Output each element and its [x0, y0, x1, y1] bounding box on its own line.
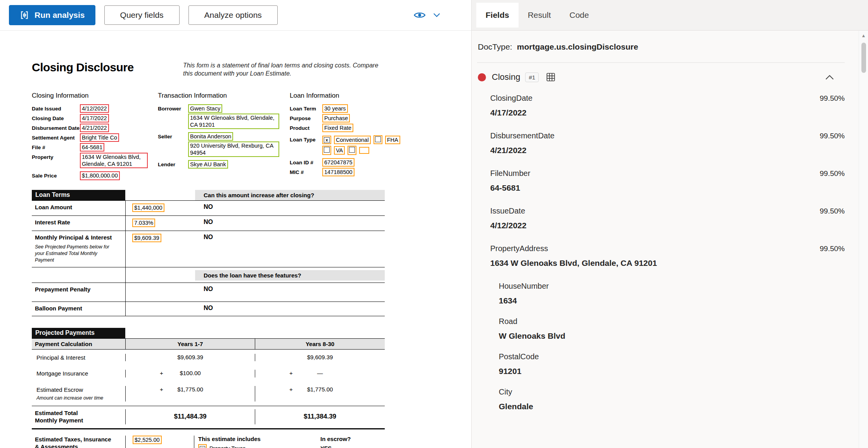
projected-payments-row: Estimated Escrow Amount can increase ove… [32, 382, 385, 406]
doc-info-columns: Closing Information Date Issued4/12/2022… [32, 92, 385, 181]
highlight-box-red[interactable]: 1634 W Glenoaks Blvd, Glendale, CA 91201 [80, 153, 148, 168]
loan-terms-features-band: Does the loan have these features? [32, 267, 385, 283]
doc-field-label: Monthly Principal & Interest [35, 234, 120, 241]
section-title: Loan Information [290, 92, 385, 100]
doc-field-label: Lender [158, 160, 188, 169]
tab-code[interactable]: Code [560, 3, 598, 28]
loan-terms-row: Prepayment Penalty NO [32, 283, 385, 302]
checkbox-conventional[interactable]: x [322, 136, 331, 144]
checkbox-mark: x [324, 137, 330, 143]
query-fields-button[interactable]: Query fields [104, 5, 180, 25]
loan-terms-header: Loan Terms [32, 190, 125, 200]
highlight-box-orange[interactable]: 672047875 [322, 158, 354, 167]
transaction-information-section: Transaction Information Borrower Gwen St… [158, 92, 290, 181]
closing-group-row[interactable]: Closing #1 [477, 63, 845, 92]
field-row[interactable]: HouseNumber 1634 [499, 282, 845, 305]
field-label: PropertyAddress [490, 244, 548, 253]
fields-panel: Fields Result Code DocType: mortgage.us.… [471, 0, 868, 448]
field-row[interactable]: PropertyAddress99.50% 1634 W Glenoaks Bl… [490, 244, 845, 268]
tab-result[interactable]: Result [519, 3, 560, 28]
toolbar-right-group [414, 11, 471, 19]
field-value: 4/21/2022 [490, 146, 845, 155]
highlight-box-orange[interactable]: Conventional [334, 136, 371, 144]
doc-field-label: Settlement Agent [32, 133, 80, 142]
field-row[interactable]: ClosingDate99.50% 4/17/2022 [490, 94, 845, 117]
checkbox-other[interactable] [348, 146, 356, 155]
doc-note: See Projected Payments below for your Es… [35, 244, 116, 264]
loan-terms-table: Loan Terms Can this amount increase afte… [32, 190, 385, 316]
doc-note: Amount can increase over time [36, 395, 125, 401]
field-row[interactable]: PostalCode 91201 [499, 352, 845, 376]
highlight-box-orange[interactable]: FHA [385, 136, 400, 144]
checkbox-va[interactable] [322, 146, 331, 155]
scrollbar-thumb[interactable] [861, 43, 866, 73]
highlight-box-orange[interactable]: Fixed Rate [322, 124, 353, 132]
doc-field-label: Seller [158, 132, 188, 157]
highlight-box-red[interactable]: $1,800,000.00 [80, 171, 120, 180]
panel-scrollbar[interactable]: ▲ [859, 31, 868, 448]
section-title: Transaction Information [158, 92, 290, 100]
highlight-box-green[interactable]: Gwen Stacy [188, 104, 222, 113]
highlight-box-orange[interactable]: $9,609.39 [132, 234, 161, 242]
field-row[interactable]: City Glendale [499, 388, 845, 411]
projected-payments-table: Projected Payments Payment Calculation Y… [32, 328, 385, 448]
highlight-box-orange[interactable]: 30 years [322, 104, 348, 113]
run-analysis-button[interactable]: Run analysis [9, 5, 95, 25]
field-row[interactable]: DisbursementDate99.50% 4/21/2022 [490, 131, 845, 155]
tab-fields[interactable]: Fields [476, 3, 519, 28]
field-confidence: 99.50% [820, 245, 845, 253]
fields-panel-body: DocType: mortgage.us.closingDisclosure C… [472, 31, 868, 448]
loan-terms-row: Interest Rate 7.033% NO [32, 215, 385, 231]
field-label: FileNumber [490, 169, 530, 178]
field-value: 1634 [499, 296, 845, 305]
highlight-box-red[interactable]: Bright Title Co [80, 133, 119, 142]
field-value: W Glenoaks Blvd [499, 331, 845, 341]
panel-tab-strip: Fields Result Code [472, 0, 868, 31]
doc-field-label: Closing Date [32, 114, 80, 122]
checkbox-fha[interactable] [373, 135, 382, 145]
doc-field-label: Sale Price [32, 171, 80, 180]
field-row[interactable]: Road W Glenoaks Blvd [499, 317, 845, 341]
doc-field-label: MIC # [290, 168, 322, 176]
doctype-label: DocType: [478, 42, 512, 52]
loan-terms-row: Monthly Principal & Interest See Project… [32, 231, 385, 267]
highlight-box-orange[interactable]: $2,525.00 [133, 436, 162, 444]
highlight-box-green[interactable]: 920 University Blvd, Rexburg, CA 94954 [188, 141, 279, 157]
highlight-box-green[interactable]: 1634 W Glenoaks Blvd, Glendale, CA 91201 [188, 114, 279, 129]
highlight-box-red[interactable]: 4/12/2022 [80, 104, 109, 113]
analyze-options-button[interactable]: Analyze options [188, 5, 278, 25]
run-analysis-icon [19, 10, 29, 20]
chevron-down-icon[interactable] [433, 13, 440, 17]
field-row[interactable]: IssueDate99.50% 4/12/2022 [490, 207, 845, 230]
checkbox-mark [375, 136, 381, 142]
scroll-up-arrow-icon[interactable]: ▲ [861, 33, 866, 38]
highlight-box-orange-blank[interactable] [359, 147, 369, 154]
field-label: PostalCode [499, 352, 539, 361]
doc-field-label: Loan ID # [290, 158, 322, 167]
field-label: City [499, 388, 512, 396]
document-viewer[interactable]: Closing Disclosure This form is a statem… [0, 31, 471, 448]
field-row[interactable]: FileNumber99.50% 64-5681 [490, 169, 845, 193]
closing-disclosure-page: Closing Disclosure This form is a statem… [0, 31, 471, 448]
projected-payments-total-row: Estimated Total Monthly Payment $11,484.… [32, 406, 385, 429]
chevron-up-icon[interactable] [825, 75, 834, 80]
eye-icon[interactable] [414, 11, 425, 19]
highlight-box-red[interactable]: 4/17/2022 [80, 114, 109, 122]
highlight-box-orange[interactable]: 7.033% [132, 219, 155, 227]
highlight-box-orange[interactable]: $1,440,000 [132, 203, 164, 212]
projected-payments-row: Principal & Interest $9,609.39 $9,609.39 [32, 350, 385, 366]
checkbox-property-taxes[interactable]: x [198, 444, 207, 448]
highlight-box-green[interactable]: Bonita Anderson [188, 132, 233, 141]
field-label: IssueDate [490, 207, 525, 215]
highlight-box-red[interactable]: 4/21/2022 [80, 124, 109, 132]
highlight-box-orange[interactable]: 147188500 [322, 168, 354, 176]
highlight-box-orange[interactable]: Purchase [322, 114, 350, 122]
highlight-box-orange[interactable]: VA [334, 146, 345, 155]
document-pane: Run analysis Query fields Analyze option… [0, 0, 471, 448]
loan-terms-question: Can this amount increase after closing? [195, 190, 385, 200]
highlight-box-green[interactable]: Skye AU Bank [188, 160, 228, 169]
table-icon[interactable] [546, 72, 556, 82]
highlight-box-red[interactable]: 64-5681 [80, 143, 104, 152]
doc-field-label: Purpose [290, 114, 322, 122]
run-analysis-label: Run analysis [35, 10, 85, 20]
